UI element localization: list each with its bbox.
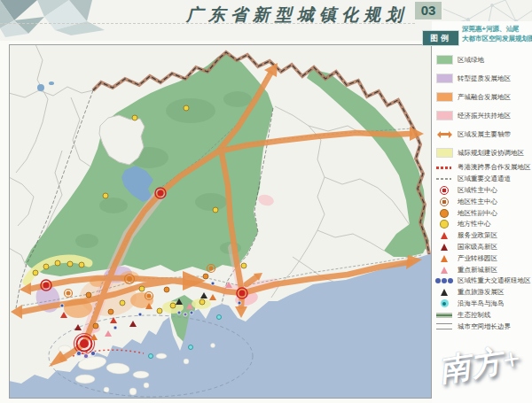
legend-item: 地方性中心 [434,219,530,230]
legend-item: 重点旅游发展区 [434,287,530,298]
double-line-icon [434,323,454,329]
legend-item: 产城融合发展地区 [434,88,530,106]
legend-item: 服务业政策区 [434,230,530,242]
circle-icon [434,220,454,229]
subtitle-line2: 大都市区空间发展规划图 [462,34,532,43]
swatch-icon [434,74,454,82]
legend-item-label: 粤港澳跨界合作发展地区 [458,163,531,172]
legend-item: 地区性副中心 [434,207,530,219]
legend-item: 区域性主中心 [434,185,530,197]
legend-item: 转型提质发展地区 [434,69,530,88]
map-container [9,44,432,399]
legend-item-label: 服务业政策区 [458,231,497,240]
legend-item-label: 重点新城新区 [458,266,497,275]
legend-item: 粤港澳跨界合作发展地区 [434,162,530,174]
legend-item: 地区性主中心 [434,196,530,207]
swatch-icon [434,149,454,157]
legend-item-label: 产城融合发展地区 [458,93,511,102]
map-subtitle: 深莞惠+河源、汕尾 大都市区空间发展规划图 [462,24,532,43]
legend-item-label: 区域重要交通通道 [458,174,511,183]
map-svg [9,44,432,399]
page: 广东省新型城镇化规划 03 [0,0,532,403]
triangle-icon [434,255,454,262]
legend-item-label: 国家级高新区 [458,243,497,252]
legend-item-label: 地方性中心 [458,220,491,229]
subtitle-line1: 深莞惠+河源、汕尾 [462,24,532,34]
legend-item: 区域重要交通通道 [434,174,530,185]
legend-item: 沿海半岛与海岛 [434,298,530,310]
triangle-icon [434,289,454,296]
legend-item: 区域绿地 [434,50,530,69]
legend-item: 生态控制线 [434,309,530,321]
legend-item: 城际规划建设协调地区 [434,143,530,162]
dashes-icon [434,178,454,181]
legend-item: 国家级高新区 [434,242,530,253]
swatch-icon [434,56,454,64]
dashes-icon [434,167,454,169]
legend-list: 区域绿地 转型提质发展地区 产城融合发展地区 经济振兴扶持地区 区域发展主要轴带… [434,50,530,332]
legend-item-label: 地区性副中心 [458,209,497,218]
legend-item-label: 地区性主中心 [458,198,497,206]
legend-item: 区域性重大交通枢纽地区 [434,275,530,287]
lowpoly-decoration-left [0,0,111,37]
legend-item: 区域发展主要轴带 [434,125,530,143]
legend-item-label: 转型提质发展地区 [458,74,511,83]
legend-item: 城市空间增长边界 [434,321,530,332]
dot-circle-icon [434,299,454,307]
swatch-icon [434,112,454,120]
legend-item-label: 城市空间增长边界 [458,322,511,331]
legend-badge: 图例 [423,31,458,45]
arrow-icon [434,133,454,136]
hub-icon [434,278,454,283]
legend-item-label: 区域绿地 [458,56,484,65]
legend-item: 经济振兴扶持地区 [434,106,530,125]
legend-item: 重点新城新区 [434,264,530,275]
line-icon [434,314,454,317]
legend-item-label: 生态控制线 [458,311,491,320]
triangle-icon [434,244,454,251]
triangle-icon [434,267,454,274]
ring-icon [434,186,454,195]
swatch-icon [434,93,454,101]
legend-item: 产业转移园区 [434,252,530,264]
circle-icon [434,209,454,218]
legend-item-label: 沿海半岛与海岛 [458,299,505,308]
legend-item-label: 区域性主中心 [458,186,497,195]
page-number-badge: 03 [415,2,442,19]
legend-item-label: 经济振兴扶持地区 [458,112,511,120]
ring-icon [434,198,454,206]
legend-item-label: 重点旅游发展区 [458,288,505,297]
legend-item-label: 产业转移园区 [458,254,497,263]
triangle-icon [434,232,454,239]
legend-item-label: 区域发展主要轴带 [458,130,511,139]
legend-item-label: 城际规划建设协调地区 [458,149,524,158]
legend-item-label: 区域性重大交通枢纽地区 [458,276,531,285]
page-title: 广东省新型城镇化规划 [186,4,408,27]
